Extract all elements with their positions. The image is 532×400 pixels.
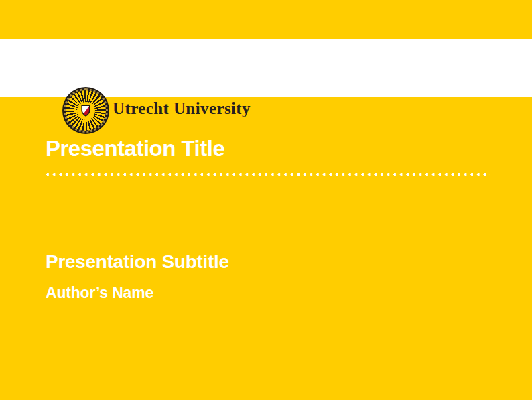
utrecht-shield-icon	[81, 105, 90, 117]
presentation-title: Presentation Title	[46, 136, 224, 161]
logo-band: Utrecht University	[0, 39, 532, 97]
utrecht-sun-seal-icon	[62, 87, 109, 134]
presentation-subtitle: Presentation Subtitle	[46, 252, 229, 273]
author-name: Author’s Name	[46, 285, 153, 302]
presentation-title-slide: Utrecht University Presentation Title Pr…	[0, 0, 532, 400]
seal-core	[77, 102, 95, 120]
dotted-divider	[46, 172, 490, 176]
university-logo-text: Utrecht University	[113, 99, 251, 118]
